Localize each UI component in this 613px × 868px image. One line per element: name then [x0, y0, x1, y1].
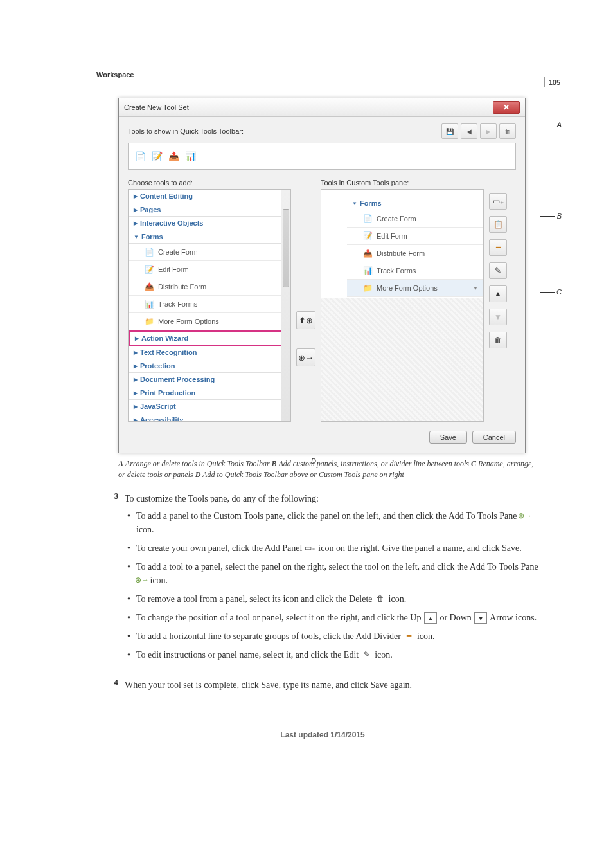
figure-caption: A Arrange or delete tools in Quick Tools…: [118, 458, 542, 480]
scrollbar[interactable]: [281, 190, 290, 421]
chevron-right-icon: ▶: [134, 363, 138, 369]
add-to-tools-pane-button[interactable]: ⊕→: [296, 348, 315, 366]
section-heading: Workspace: [96, 71, 549, 78]
empty-area: [321, 298, 483, 421]
step-3-intro: To customize the Tools pane, do any of t…: [125, 494, 319, 503]
track-icon: 📊: [362, 266, 373, 276]
move-down-button[interactable]: ▼: [489, 309, 507, 325]
footer-updated: Last updated 1/14/2015: [96, 730, 549, 739]
quicktool-icon[interactable]: 📝: [150, 150, 163, 163]
distribute-icon: 📤: [144, 282, 154, 292]
edit-button[interactable]: ✎: [489, 262, 507, 279]
tool-more-form-options[interactable]: 📁More Form Options▼: [129, 313, 290, 330]
delete-quicktool-button[interactable]: 🗑: [499, 123, 516, 139]
list-item: To add a tool to a panel, select the pan…: [125, 560, 549, 587]
custom-tools-panel: ▼Forms 📄Create Form 📝Edit Form 📤Distribu…: [321, 189, 484, 422]
close-button[interactable]: ✕: [493, 101, 520, 114]
r-tool-more-form-options[interactable]: 📁More Form Options▼: [347, 280, 483, 297]
dialog-screenshot: Create New Tool Set ✕ Tools to show in Q…: [118, 98, 549, 453]
list-item: To remove a tool from a panel, select it…: [125, 592, 549, 606]
r-tool-edit-form[interactable]: 📝Edit Form: [347, 228, 483, 245]
tool-create-form[interactable]: 📄Create Form: [129, 244, 290, 261]
save-button[interactable]: Save: [429, 431, 467, 444]
track-icon: 📊: [144, 299, 154, 309]
up-arrow-icon: ▲: [424, 612, 437, 624]
r-tool-create-form[interactable]: 📄Create Form: [347, 210, 483, 228]
choose-tools-label: Choose tools to add:: [128, 179, 291, 186]
list-item: To change the position of a tool or pane…: [125, 611, 549, 624]
chevron-right-icon: ▶: [134, 207, 138, 213]
tool-track-forms[interactable]: 📊Track Forms: [129, 296, 290, 313]
chevron-down-icon: ▼: [352, 201, 357, 206]
tool-distribute-form[interactable]: 📤Distribute Form: [129, 278, 290, 296]
add-panel-button[interactable]: ▭₊: [489, 193, 507, 210]
r-tool-track-forms[interactable]: 📊Track Forms: [347, 262, 483, 280]
prev-button[interactable]: ◀: [461, 123, 477, 139]
chevron-right-icon: ▶: [134, 350, 138, 356]
delete-tool-button[interactable]: 🗑: [489, 332, 507, 348]
step-4-text: When your tool set is complete, click Sa…: [125, 678, 549, 692]
chevron-down-icon: ▼: [473, 285, 478, 291]
add-to-pane-icon: ⊕→: [136, 575, 148, 584]
callout-a: A: [557, 121, 562, 129]
down-arrow-icon: ▼: [474, 612, 487, 624]
quicktool-icon[interactable]: 📤: [167, 150, 180, 163]
category-interactive-objects[interactable]: ▶Interactive Objects: [129, 217, 290, 230]
list-item: To edit instructions or panel name, sele…: [125, 648, 549, 662]
options-icon: 📁: [144, 316, 154, 327]
category-action-wizard[interactable]: ▶Action Wizard: [129, 330, 290, 346]
quicktool-icon[interactable]: 📄: [134, 150, 147, 163]
add-instructions-button[interactable]: 📋: [489, 216, 507, 233]
quick-tools-toolbar: 📄 📝 📤 📊: [128, 143, 516, 170]
edit-form-icon: 📝: [144, 264, 154, 275]
move-up-button[interactable]: ▲: [489, 285, 507, 302]
next-button[interactable]: ▶: [480, 123, 497, 139]
distribute-icon: 📤: [362, 248, 373, 258]
category-print-production[interactable]: ▶Print Production: [129, 386, 290, 400]
dialog-title: Create New Tool Set: [124, 104, 189, 111]
chevron-right-icon: ▶: [134, 221, 138, 226]
chevron-right-icon: ▶: [134, 377, 138, 383]
edit-form-icon: 📝: [362, 231, 373, 241]
category-accessibility[interactable]: ▶Accessibility: [129, 413, 290, 422]
r-tool-distribute-form[interactable]: 📤Distribute Form: [347, 245, 483, 262]
step-4-number: 4: [96, 678, 125, 692]
category-document-processing[interactable]: ▶Document Processing: [129, 373, 290, 386]
options-icon: 📁: [362, 283, 373, 293]
add-to-pane-icon: ⊕→: [519, 511, 531, 520]
list-item: To add a panel to the Custom Tools pane,…: [125, 509, 549, 536]
form-icon: 📄: [144, 247, 154, 257]
panel-header-forms[interactable]: ▼Forms: [347, 197, 483, 210]
callout-b: B: [557, 212, 562, 220]
category-text-recognition[interactable]: ▶Text Recognition: [129, 346, 290, 359]
quick-tools-label: Tools to show in Quick Tools Toolbar:: [128, 127, 244, 135]
form-icon: 📄: [362, 213, 373, 224]
scroll-thumb[interactable]: [283, 209, 289, 287]
source-tools-panel: ▶Content Editing ▶Pages ▶Interactive Obj…: [128, 189, 291, 422]
category-forms[interactable]: ▼Forms: [129, 230, 290, 244]
category-javascript[interactable]: ▶JavaScript: [129, 400, 290, 413]
cancel-button[interactable]: Cancel: [472, 431, 516, 444]
quicktool-icon[interactable]: 📊: [184, 150, 197, 163]
chevron-right-icon: ▶: [134, 404, 138, 410]
category-pages[interactable]: ▶Pages: [129, 203, 290, 217]
divider-icon: ━: [403, 631, 414, 640]
delete-icon: 🗑: [375, 594, 386, 603]
callout-c: C: [556, 288, 562, 296]
tool-edit-form[interactable]: 📝Edit Form: [129, 261, 290, 278]
category-content-editing[interactable]: ▶Content Editing: [129, 190, 290, 203]
chevron-right-icon: ▶: [134, 194, 138, 199]
add-divider-button[interactable]: ━: [489, 239, 507, 256]
chevron-right-icon: ▶: [134, 417, 138, 422]
chevron-down-icon: ▼: [134, 234, 139, 240]
chevron-right-icon: ▶: [134, 390, 138, 396]
add-to-quicktools-button[interactable]: ⬆⊕: [296, 311, 315, 329]
custom-tools-label: Tools in Custom Tools pane:: [321, 179, 484, 186]
step-3-number: 3: [96, 492, 125, 667]
page-number: 105: [544, 77, 560, 87]
category-protection[interactable]: ▶Protection: [129, 359, 290, 373]
edit-pencil-icon: ✎: [361, 650, 373, 659]
save-toolset-icon[interactable]: 💾: [441, 123, 458, 139]
list-item: To create your own panel, click the Add …: [125, 541, 549, 555]
add-panel-icon: ▭₊: [305, 543, 316, 552]
